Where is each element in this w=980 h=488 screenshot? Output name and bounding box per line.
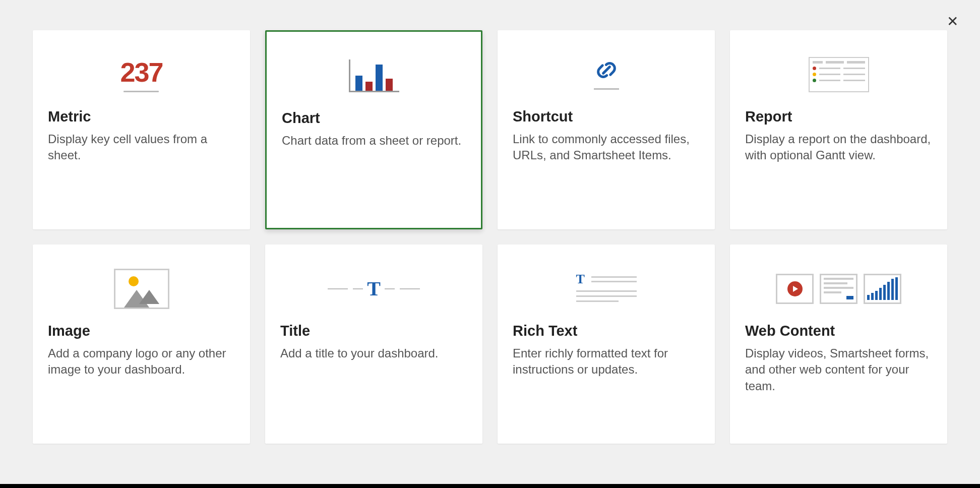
card-desc: Link to commonly accessed files, URLs, a… bbox=[513, 131, 700, 164]
card-title: Web Content bbox=[745, 323, 932, 339]
widget-card-webcontent[interactable]: Web Content Display videos, Smartsheet f… bbox=[730, 245, 947, 444]
card-title: Report bbox=[745, 108, 932, 125]
card-desc: Display a report on the dashboard, with … bbox=[745, 131, 932, 164]
title-icon: T bbox=[280, 260, 467, 318]
widget-card-report[interactable]: Report Display a report on the dashboard… bbox=[730, 30, 947, 229]
webcontent-icon bbox=[745, 260, 932, 318]
widget-card-image[interactable]: Image Add a company logo or any other im… bbox=[33, 245, 250, 444]
richtext-icon: T bbox=[513, 260, 700, 318]
metric-sample-value: 237 bbox=[120, 56, 162, 88]
chart-icon bbox=[282, 47, 466, 105]
card-desc: Chart data from a sheet or report. bbox=[282, 133, 466, 149]
widget-picker-modal: ✕ 237 Metric Display key cell values fro… bbox=[0, 0, 980, 484]
card-desc: Add a company logo or any other image to… bbox=[48, 345, 235, 378]
card-title: Shortcut bbox=[513, 108, 700, 125]
metric-icon: 237 bbox=[48, 45, 235, 103]
card-title: Chart bbox=[282, 110, 466, 127]
card-desc: Display videos, Smartsheet forms, and ot… bbox=[745, 345, 932, 394]
shortcut-icon bbox=[513, 45, 700, 103]
widget-card-metric[interactable]: 237 Metric Display key cell values from … bbox=[33, 30, 250, 229]
widget-card-chart[interactable]: Chart Chart data from a sheet or report. bbox=[265, 30, 482, 229]
widget-grid: 237 Metric Display key cell values from … bbox=[33, 30, 947, 444]
widget-card-richtext[interactable]: T Rich Text Enter richly formatted text … bbox=[498, 245, 715, 444]
image-icon bbox=[48, 260, 235, 318]
card-title: Rich Text bbox=[513, 323, 700, 339]
widget-card-title[interactable]: T Title Add a title to your dashboard. bbox=[265, 245, 482, 444]
card-desc: Add a title to your dashboard. bbox=[280, 345, 467, 361]
card-title: Image bbox=[48, 323, 235, 339]
report-icon bbox=[745, 45, 932, 103]
card-title: Title bbox=[280, 323, 467, 339]
card-desc: Display key cell values from a sheet. bbox=[48, 131, 235, 164]
card-desc: Enter richly formatted text for instruct… bbox=[513, 345, 700, 378]
close-button[interactable]: ✕ bbox=[945, 14, 960, 29]
card-title: Metric bbox=[48, 108, 235, 125]
widget-card-shortcut[interactable]: Shortcut Link to commonly accessed files… bbox=[498, 30, 715, 229]
